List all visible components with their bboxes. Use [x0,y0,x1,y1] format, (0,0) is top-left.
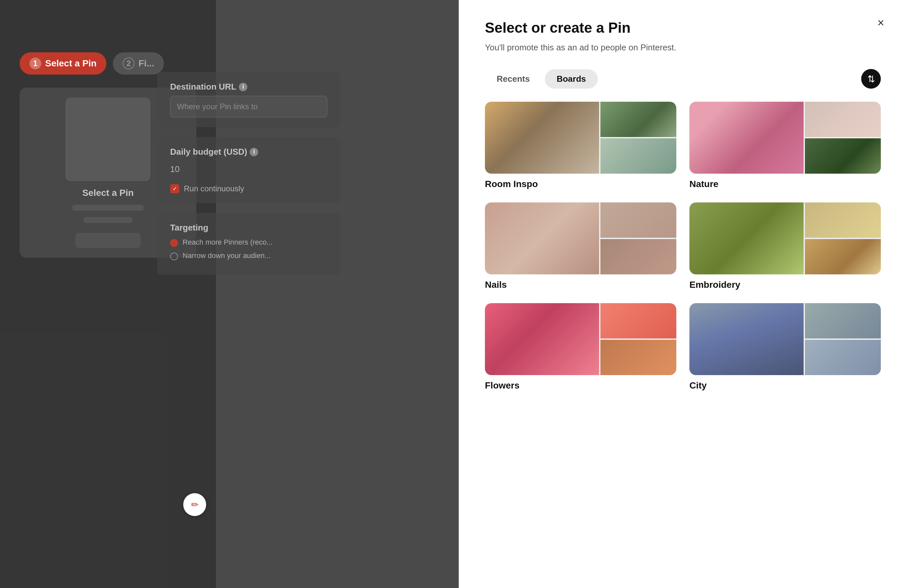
destination-url-placeholder: Where your Pin links to [177,102,258,111]
modal-subtitle: You'll promote this as an ad to people o… [485,43,881,53]
pin-placeholder-image [66,97,151,181]
daily-budget-label: Daily budget (USD) i [170,147,327,157]
board-images-nails [485,203,676,274]
targeting-label: Targeting [170,223,327,233]
board-images-room-inspo [485,102,676,174]
board-side-imgs-flowers [601,303,676,375]
narrow-down-row[interactable]: Narrow down your audien... [170,251,327,260]
board-side-img-embroidery-1 [805,203,881,238]
board-side-img-nails-2 [601,239,676,274]
destination-url-section: Destination URL i Where your Pin links t… [157,72,340,127]
board-side-imgs-room-inspo [601,102,676,174]
board-side-imgs-nails [601,203,676,274]
reach-more-pinners-row[interactable]: Reach more Pinners (reco... [170,238,327,247]
boards-grid: Room Inspo Nature Nails [485,102,881,391]
pin-bar-1 [72,205,144,211]
board-name-flowers: Flowers [485,380,676,391]
pin-bottom-bar [75,233,141,248]
run-continuously-label: Run continuously [184,184,244,193]
board-side-img-nature-1 [805,102,881,137]
board-side-img-embroidery-2 [805,239,881,274]
board-side-img-room-inspo-2 [601,138,676,174]
targeting-section: Targeting Reach more Pinners (reco... Na… [157,213,340,275]
sort-button[interactable]: ⇅ [861,69,881,89]
board-side-img-room-inspo-1 [601,102,676,137]
modal-panel: × Select or create a Pin You'll promote … [459,0,907,588]
tab-boards[interactable]: Boards [545,69,598,89]
destination-url-input[interactable]: Where your Pin links to [170,96,327,117]
board-main-img-city [689,303,804,375]
sort-icon: ⇅ [867,74,875,85]
daily-budget-section: Daily budget (USD) i 10 ✓ Run continuous… [157,137,340,203]
board-main-img-embroidery [689,203,804,274]
board-images-city [689,303,881,375]
board-item-nails[interactable]: Nails [485,203,676,290]
board-side-imgs-embroidery [805,203,881,274]
board-images-nature [689,102,881,174]
step-2-number: 2 [123,58,135,69]
board-item-embroidery[interactable]: Embroidery [689,203,881,290]
board-images-flowers [485,303,676,375]
run-continuously-row[interactable]: ✓ Run continuously [170,184,327,193]
modal-close-button[interactable]: × [871,13,891,33]
right-form-panel: Destination URL i Where your Pin links t… [141,0,357,588]
board-side-img-flowers-1 [601,303,676,339]
board-side-img-city-1 [805,303,881,339]
step-1-number: 1 [29,58,41,69]
narrow-down-label: Narrow down your audien... [183,251,271,260]
reach-more-radio[interactable] [170,239,178,247]
tabs-row: Recents Boards ⇅ [485,69,881,89]
board-side-imgs-nature [805,102,881,174]
board-name-embroidery: Embroidery [689,280,881,290]
reach-more-label: Reach more Pinners (reco... [183,238,272,246]
board-main-img-flowers [485,303,599,375]
board-side-img-city-2 [805,340,881,375]
board-side-img-nature-2 [805,138,881,174]
board-item-city[interactable]: City [689,303,881,391]
board-side-imgs-city [805,303,881,375]
board-name-room-inspo: Room Inspo [485,179,676,189]
daily-budget-info-icon: i [250,148,258,156]
step-1-label: Select a Pin [45,58,96,69]
modal-title: Select or create a Pin [485,20,881,36]
step-1-item[interactable]: 1 Select a Pin [20,52,106,75]
board-main-img-room-inspo [485,102,599,174]
destination-url-label: Destination URL i [170,82,327,92]
close-icon: × [877,16,884,30]
board-side-img-flowers-2 [601,340,676,375]
board-images-embroidery [689,203,881,274]
pin-bar-2 [83,217,133,223]
board-item-nature[interactable]: Nature [689,102,881,189]
board-main-img-nails [485,203,599,274]
board-side-img-nails-1 [601,203,676,238]
board-name-nails: Nails [485,280,676,290]
board-name-city: City [689,380,881,391]
board-main-img-nature [689,102,804,174]
board-name-nature: Nature [689,179,881,189]
pin-placeholder-text: Select a Pin [82,188,133,198]
tab-recents[interactable]: Recents [485,69,542,89]
daily-budget-value[interactable]: 10 [170,161,327,177]
board-item-flowers[interactable]: Flowers [485,303,676,391]
destination-url-info-icon: i [239,83,247,91]
board-item-room-inspo[interactable]: Room Inspo [485,102,676,189]
run-continuously-checkbox[interactable]: ✓ [170,184,179,193]
narrow-down-radio[interactable] [170,252,178,260]
